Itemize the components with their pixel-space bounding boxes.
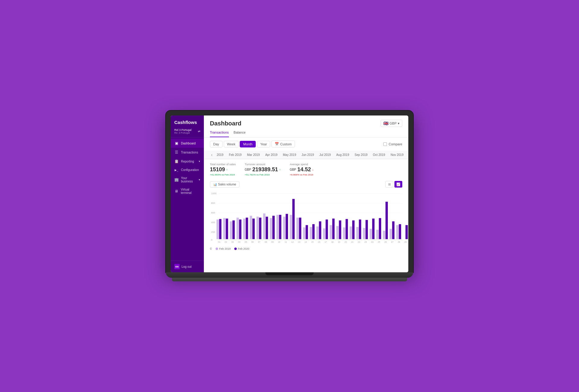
legend-item-2020: Feb 2020 (234, 247, 249, 250)
turnover-change: +51.781% vs Feb 2019 (245, 173, 281, 176)
transactions-icon: ☰ (174, 150, 179, 154)
avg-spend-label: Average spend (290, 163, 314, 166)
month-item-dec2019[interactable]: Dec 2019 (407, 151, 408, 158)
sidebar-item-label: Dashboard (181, 142, 196, 145)
copyright-icon: © (210, 247, 212, 250)
sidebar-item-your-business[interactable]: 🏢 Your business ▾ (171, 174, 204, 185)
chevron-down-icon: ▾ (199, 160, 200, 163)
legend-label-2020: Feb 2020 (238, 247, 249, 250)
page-header: Dashboard 🇬🇧 GBP ▾ (204, 115, 408, 127)
sidebar-item-reporting[interactable]: 📋 Reporting ▾ (171, 157, 204, 166)
chevron-down-icon: ▾ (199, 178, 200, 181)
month-item-2019[interactable]: 2019 (214, 151, 226, 158)
month-item-mar2019[interactable]: Mar 2019 (245, 151, 262, 158)
compare-label: Compare (389, 142, 402, 146)
account-name: Rel 3 Portugal (174, 128, 191, 131)
bar-chart-canvas (210, 190, 408, 244)
view-chart-button[interactable]: 📈 (394, 181, 402, 188)
config-icon: ▶_ (174, 169, 179, 172)
calendar-icon: 📅 (275, 142, 279, 146)
month-item-nov2019[interactable]: Nov 2019 (388, 151, 406, 158)
time-btn-week[interactable]: Week (224, 141, 239, 147)
bar-chart-icon: 📊 (213, 183, 217, 186)
total-sales-value: 15109 ↑ (210, 166, 236, 173)
main-content: Dashboard 🇬🇧 GBP ▾ Transactions Balance … (204, 115, 408, 272)
sidebar-item-dashboard[interactable]: ▣ Dashboard (171, 139, 204, 148)
sidebar-item-label: Virtual terminal (181, 188, 200, 194)
reporting-icon: 📋 (174, 159, 179, 163)
month-item-oct2019[interactable]: Oct 2019 (371, 151, 388, 158)
currency-label: GBP (390, 122, 397, 125)
chart-legend: © Feb 2019 Feb 2020 (204, 245, 408, 252)
logout-label: Log out (182, 265, 191, 268)
tab-transactions[interactable]: Transactions (210, 129, 229, 137)
up-arrow-icon: ↑ (226, 168, 228, 171)
custom-label: Custom (280, 142, 292, 146)
chart-toolbar: 📊 Sales volume ⊞ 📈 (204, 180, 408, 190)
sidebar-item-label: Transactions (181, 151, 198, 154)
stat-turnover: Turnover amount GBP 219389.51 ↑ +51.781%… (245, 163, 281, 176)
avg-spend-value: GBP 14.52 ↓ (290, 166, 314, 173)
chart-type-button[interactable]: 📊 Sales volume (210, 181, 239, 188)
compare-checkbox[interactable] (383, 142, 387, 146)
stat-total-sales: Total number of sales 15109 ↑ +41.993% v… (210, 163, 236, 176)
month-scroller: ‹ 2019 Feb 2019 Mar 2019 Apr 2019 May 20… (204, 150, 408, 159)
chart-type-label: Sales volume (218, 183, 236, 186)
business-icon: 🏢 (174, 178, 179, 182)
chart-container: 1000 800 600 400 200 0 (204, 190, 408, 245)
dashboard-icon: ▣ (174, 141, 179, 145)
up-arrow-icon: ↑ (279, 168, 281, 171)
time-filter-row: Day Week Month Year 📅 Custom Compare (204, 138, 408, 150)
month-item-sep2019[interactable]: Sep 2019 (352, 151, 370, 158)
view-toggle: ⊞ 📈 (385, 181, 402, 188)
sidebar-item-virtual-terminal[interactable]: 🖥 Virtual terminal (171, 185, 204, 197)
month-item-apr2019[interactable]: Apr 2019 (263, 151, 280, 158)
legend-dot-2020 (234, 248, 237, 250)
brand-logo: Cashflows (171, 115, 204, 127)
month-item-jun2019[interactable]: Jun 2019 (299, 151, 316, 158)
laptop-container: Cashflows Rel 3 Portugal Re: 3 Portugal … (166, 111, 413, 281)
terminal-icon: 🖥 (174, 189, 179, 193)
user-avatar: BB (174, 264, 180, 269)
month-item-jul2019[interactable]: Jul 2019 (317, 151, 333, 158)
turnover-currency: GBP (245, 168, 251, 171)
chevron-down-icon: ▾ (398, 122, 400, 125)
sidebar: Cashflows Rel 3 Portugal Re: 3 Portugal … (171, 115, 204, 272)
time-btn-custom[interactable]: 📅 Custom (271, 141, 295, 147)
sidebar-footer: BB Log out (171, 261, 204, 272)
view-table-button[interactable]: ⊞ (385, 181, 393, 188)
logout-button[interactable]: BB Log out (174, 264, 200, 269)
legend-item-2019: Feb 2019 (216, 247, 231, 250)
tab-balance[interactable]: Balance (234, 129, 246, 137)
total-sales-change: +41.993% vs Feb 2019 (210, 173, 236, 176)
time-btn-month[interactable]: Month (240, 141, 256, 147)
screen-bezel: Cashflows Rel 3 Portugal Re: 3 Portugal … (166, 111, 413, 272)
sidebar-item-transactions[interactable]: ☰ Transactions (171, 148, 204, 157)
account-switch-icon[interactable]: ⇄ (198, 130, 200, 133)
legend-dot-2019 (216, 248, 218, 250)
month-item-aug2019[interactable]: Aug 2019 (334, 151, 352, 158)
account-sub: Re: 3 Portugal (174, 131, 191, 134)
sidebar-item-configuration[interactable]: ▶_ Configuration (171, 166, 204, 174)
screen: Cashflows Rel 3 Portugal Re: 3 Portugal … (171, 115, 408, 272)
avg-spend-change: +6.968% vs Feb 2019 (290, 173, 314, 176)
sidebar-nav: ▣ Dashboard ☰ Transactions 📋 Reporting ▾… (171, 138, 204, 261)
scroll-left-button[interactable]: ‹ (210, 150, 214, 159)
laptop-foot (172, 278, 407, 281)
sidebar-item-label: Configuration (181, 168, 199, 172)
legend-label-2019: Feb 2019 (219, 247, 231, 250)
down-arrow-icon: ↓ (312, 168, 314, 171)
account-info: Rel 3 Portugal Re: 3 Portugal ⇄ (171, 127, 204, 138)
total-sales-label: Total number of sales (210, 163, 236, 166)
month-item-feb2019[interactable]: Feb 2019 (226, 151, 244, 158)
time-btn-day[interactable]: Day (210, 141, 223, 147)
sidebar-item-label: Your business (181, 176, 196, 183)
avg-spend-currency: GBP (290, 168, 296, 171)
stats-row: Total number of sales 15109 ↑ +41.993% v… (204, 159, 408, 180)
flag-icon: 🇬🇧 (383, 121, 388, 126)
page-title: Dashboard (210, 120, 241, 127)
compare-toggle[interactable]: Compare (383, 142, 402, 146)
time-btn-year[interactable]: Year (257, 141, 270, 147)
currency-selector[interactable]: 🇬🇧 GBP ▾ (381, 120, 402, 127)
month-item-may2019[interactable]: May 2019 (280, 151, 299, 158)
